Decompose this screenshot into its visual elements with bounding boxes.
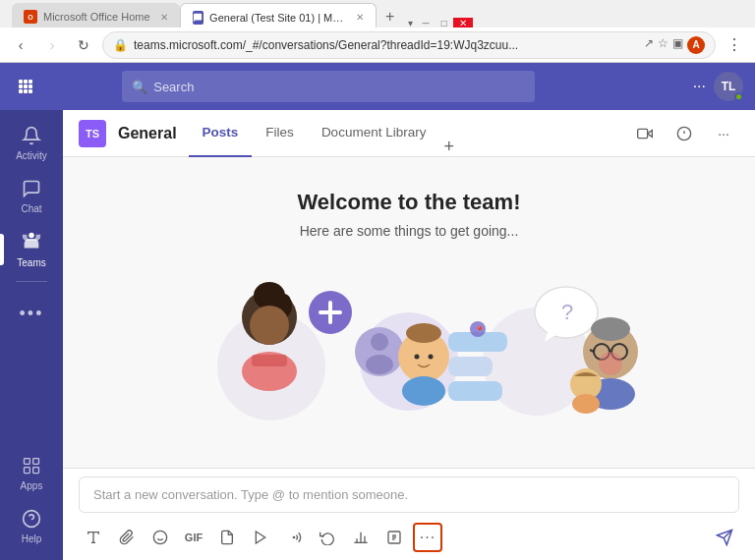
channel-more-button[interactable]: ··· [708, 118, 739, 149]
browser-menu-button[interactable]: ⋮ [722, 32, 747, 58]
tab-document-library[interactable]: Document Library [308, 110, 440, 157]
left-sidebar: Activity Chat [0, 110, 63, 560]
bookmark-icon[interactable]: ☆ [658, 36, 668, 54]
activity-icon [22, 126, 41, 148]
user-avatar[interactable]: TL [714, 72, 743, 101]
active-sidebar-indicator [0, 234, 4, 265]
svg-point-42 [429, 355, 434, 360]
tab-posts[interactable]: Posts [189, 110, 253, 157]
svg-point-52 [591, 317, 630, 341]
svg-marker-18 [648, 130, 653, 137]
svg-rect-31 [252, 355, 287, 366]
svg-rect-19 [638, 129, 648, 138]
search-placeholder: Search [153, 80, 194, 94]
sidebar-chat-wrapper: Chat [0, 171, 63, 222]
svg-rect-7 [29, 84, 32, 88]
attach-button[interactable] [112, 523, 142, 552]
forms-button[interactable] [379, 523, 409, 552]
tab1-close[interactable]: ✕ [160, 12, 168, 23]
reload-button[interactable]: ↻ [71, 32, 96, 58]
svg-point-57 [599, 352, 622, 375]
svg-rect-9 [24, 89, 28, 93]
schedule-button[interactable] [246, 523, 275, 552]
audio-button[interactable] [279, 523, 309, 552]
message-input[interactable]: Start a new conversation. Type @ to ment… [79, 476, 739, 513]
svg-rect-10 [29, 89, 32, 93]
gif-button[interactable]: GIF [179, 523, 208, 552]
video-call-button[interactable] [629, 118, 661, 149]
browser-tab-2[interactable]: General (Test Site 01) | Microsof… ✕ [180, 3, 377, 30]
svg-point-41 [415, 355, 420, 360]
svg-point-40 [402, 376, 445, 406]
svg-rect-15 [33, 468, 39, 474]
emoji-button[interactable] [145, 523, 175, 552]
activity-label: Activity [16, 150, 47, 161]
split-icon[interactable]: ▣ [672, 36, 683, 54]
apps-icon [22, 456, 41, 478]
svg-rect-2 [19, 80, 23, 84]
address-bar[interactable]: 🔒 teams.microsoft.com/_#/conversations/G… [102, 31, 716, 59]
message-toolbar: GIF [79, 519, 739, 556]
channel-tabs: Posts Files Document Library + [189, 110, 458, 157]
toolbar-more-options-button[interactable]: ··· [413, 523, 442, 552]
sidebar-divider [16, 281, 47, 282]
avatar-initials: TL [722, 80, 736, 93]
address-text: teams.microsoft.com/_#/conversations/Gen… [134, 38, 518, 52]
chat-label: Chat [21, 203, 41, 214]
search-box[interactable]: 🔍 Search [122, 71, 535, 102]
online-status-indicator [734, 92, 743, 101]
sidebar-item-teams[interactable]: Teams [6, 224, 57, 275]
svg-rect-3 [24, 80, 28, 84]
profile-icon[interactable]: A [687, 36, 705, 54]
browser-window: O Microsoft Office Home ✕ General (Test … [0, 0, 755, 560]
channel-header: TS General Posts Files Document Library [63, 110, 755, 157]
new-tab-button[interactable]: + [377, 3, 404, 30]
sidebar-item-more[interactable]: ••• [6, 288, 57, 339]
sidebar-item-help[interactable]: Help [6, 501, 57, 552]
browser-tab-1[interactable]: O Microsoft Office Home ✕ [12, 3, 180, 30]
svg-point-29 [250, 306, 289, 345]
sticker-button[interactable] [212, 523, 242, 552]
welcome-illustration: 📍 ? [173, 258, 645, 435]
address-bar-icons: ↗ ☆ ▣ A [644, 36, 705, 54]
chart-button[interactable] [346, 523, 376, 552]
header-more-button[interactable]: ··· [693, 78, 706, 95]
channel-body: Welcome to the team! Here are some thing… [63, 157, 755, 468]
svg-rect-14 [25, 468, 30, 474]
chat-icon [22, 179, 41, 201]
svg-point-36 [371, 333, 388, 351]
format-button[interactable] [79, 523, 108, 552]
svg-rect-8 [19, 89, 23, 93]
tab-files[interactable]: Files [252, 110, 308, 157]
svg-rect-5 [19, 84, 23, 88]
svg-point-60 [572, 394, 600, 414]
tab2-close[interactable]: ✕ [356, 12, 364, 23]
sidebar-item-apps[interactable]: Apps [6, 448, 57, 499]
app-content: 🔍 Search ··· TL [0, 63, 755, 560]
waffle-menu-button[interactable] [12, 73, 39, 100]
loop-button[interactable] [313, 523, 342, 552]
lock-icon: 🔒 [113, 38, 128, 52]
forward-button[interactable]: › [39, 32, 65, 58]
svg-rect-44 [448, 357, 493, 376]
back-button[interactable]: ‹ [8, 32, 33, 58]
svg-rect-6 [24, 84, 28, 88]
sidebar-item-activity[interactable]: Activity [6, 118, 57, 169]
search-icon: 🔍 [132, 80, 147, 94]
teams-icon [21, 231, 42, 255]
svg-point-39 [406, 323, 441, 343]
send-button[interactable] [710, 523, 739, 552]
svg-text:O: O [28, 14, 33, 21]
info-button[interactable] [668, 118, 700, 149]
svg-rect-45 [448, 381, 502, 401]
teams-header: 🔍 Search ··· TL [0, 63, 755, 110]
tab2-label: General (Test Site 01) | Microsof… [209, 12, 346, 24]
tab-bar: O Microsoft Office Home ✕ General (Test … [8, 0, 477, 30]
team-icon: TS [79, 120, 106, 147]
add-tab-button[interactable]: + [439, 137, 458, 157]
more-icon: ••• [20, 305, 44, 322]
share-icon[interactable]: ↗ [644, 36, 654, 54]
svg-point-37 [366, 355, 393, 374]
svg-rect-13 [33, 459, 39, 465]
sidebar-item-chat[interactable]: Chat [6, 171, 57, 222]
